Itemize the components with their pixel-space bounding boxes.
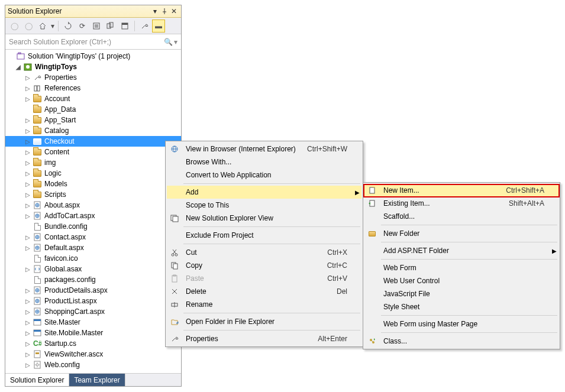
expander-icon[interactable]: ▷	[24, 351, 31, 358]
menu-item[interactable]: Exclude From Project	[167, 229, 361, 242]
close-icon[interactable]: ✕	[169, 7, 179, 16]
expander-icon[interactable]: ▷	[24, 287, 31, 294]
tree-item[interactable]: ▷ProductList.aspx	[5, 296, 181, 306]
tree-item[interactable]: ▷References	[5, 83, 181, 93]
menu-item[interactable]: Web Form using Master Page	[364, 318, 558, 331]
expander-icon[interactable]: ◢	[15, 64, 22, 70]
project-node[interactable]: ◢ WingtipToys	[5, 61, 181, 72]
menu-item[interactable]: Open Folder in File Explorer	[167, 315, 361, 328]
menu-shortcut: Ctrl+X	[327, 248, 353, 257]
tree-item[interactable]: ▷Default.aspx	[5, 242, 181, 253]
solution-node[interactable]: Solution 'WingtipToys' (1 project)	[5, 51, 181, 61]
tree-item[interactable]: ▷Contact.aspx	[5, 232, 181, 242]
expander-icon[interactable]: ▷	[24, 202, 31, 209]
expander-icon[interactable]: ▷	[24, 309, 31, 315]
expander-icon[interactable]: ▷	[24, 330, 31, 336]
menu-item[interactable]: DeleteDel	[167, 285, 361, 298]
preview-selected-button[interactable]: ▬	[152, 20, 165, 33]
tree-item[interactable]: ▷Logic	[5, 168, 181, 179]
expander-icon[interactable]: ▷	[24, 85, 31, 92]
expander-icon[interactable]: ▷	[24, 128, 31, 134]
expander-icon[interactable]: ▷	[24, 319, 31, 326]
preview-button[interactable]	[118, 20, 131, 33]
menu-item[interactable]: Add ASP.NET Folder▶	[364, 244, 558, 257]
tree-item[interactable]: ▷Content	[5, 147, 181, 157]
menu-item[interactable]: New Folder	[364, 227, 558, 240]
menu-item[interactable]: PasteCtrl+V	[167, 272, 361, 285]
properties-button[interactable]	[138, 20, 151, 33]
tree-item[interactable]: ▷Scripts	[5, 189, 181, 200]
tree-item[interactable]: ▷Models	[5, 179, 181, 189]
tree-item[interactable]: ▷Site.Mobile.Master	[5, 328, 181, 338]
menu-item[interactable]: Web User Control	[364, 274, 558, 287]
expander-icon[interactable]: ▷	[24, 298, 31, 304]
menu-item[interactable]: Existing Item...Shift+Alt+A	[364, 197, 558, 210]
expander-icon[interactable]: ▷	[24, 149, 31, 155]
menu-item[interactable]: Class...	[364, 335, 558, 348]
tree-item[interactable]: packages.config	[5, 274, 181, 285]
tree-item[interactable]: ▷Global.asax	[5, 264, 181, 274]
tree-item[interactable]: ▷Properties	[5, 72, 181, 83]
tree-item[interactable]: ▷C#Startup.cs	[5, 338, 181, 349]
tab-solution-explorer[interactable]: Solution Explorer	[5, 374, 69, 386]
menu-item[interactable]: View in Browser (Internet Explorer)Ctrl+…	[167, 142, 361, 155]
expander-icon[interactable]: ▷	[24, 117, 31, 124]
tree-item[interactable]: ▷About.aspx	[5, 200, 181, 210]
menu-item[interactable]: Browse With...	[167, 155, 361, 169]
tree-item[interactable]: ▷ProductDetails.aspx	[5, 285, 181, 296]
tree-item[interactable]: ▷Web.config	[5, 359, 181, 370]
dropdown-caret[interactable]: ▾	[50, 20, 55, 33]
refresh-button[interactable]: ⟳	[76, 20, 89, 33]
show-all-button[interactable]	[104, 20, 117, 33]
menu-item[interactable]: PropertiesAlt+Enter	[167, 332, 361, 345]
tab-team-explorer[interactable]: Team Explorer	[69, 374, 125, 386]
expander-icon[interactable]: ▷	[24, 74, 31, 81]
menu-item[interactable]: CutCtrl+X	[167, 246, 361, 259]
menu-item[interactable]: New Item...Ctrl+Shift+A	[364, 184, 558, 197]
collapse-button[interactable]	[90, 20, 103, 33]
menu-item[interactable]: Scope to This	[167, 199, 361, 212]
expander-icon[interactable]: ▷	[24, 234, 31, 241]
home-button[interactable]	[36, 20, 49, 33]
search-dropdown[interactable]: ▾	[174, 38, 177, 46]
tree-item[interactable]: App_Data	[5, 104, 181, 115]
tree-item[interactable]: Bundle.config	[5, 221, 181, 232]
expander-icon[interactable]: ▷	[24, 138, 31, 145]
expander-icon[interactable]: ▷	[24, 160, 31, 166]
forward-button[interactable]: ◯	[22, 20, 35, 33]
search-bar[interactable]: Search Solution Explorer (Ctrl+;) 🔍 ▾	[5, 34, 181, 50]
tree-item[interactable]: ▷img	[5, 157, 181, 168]
tree-item[interactable]: favicon.ico	[5, 253, 181, 264]
dropdown-icon[interactable]: ▾	[150, 7, 160, 16]
tree-item[interactable]: ▷ShoppingCart.aspx	[5, 306, 181, 317]
menu-item[interactable]: Add▶	[167, 186, 361, 199]
expander-icon[interactable]: ▷	[24, 341, 31, 347]
search-icon[interactable]: 🔍	[164, 38, 173, 46]
menu-item[interactable]: Convert to Web Application	[167, 169, 361, 182]
menu-item[interactable]: Rename	[167, 298, 361, 311]
menu-item[interactable]: CopyCtrl+C	[167, 259, 361, 272]
expander-icon[interactable]: ▷	[24, 96, 31, 102]
menu-item[interactable]: Web Form	[364, 261, 558, 274]
expander-icon[interactable]: ▷	[24, 192, 31, 198]
tree-item[interactable]: ▷AddToCart.aspx	[5, 210, 181, 221]
menu-item[interactable]: Scaffold...	[364, 210, 558, 223]
tree-item[interactable]: ▷Catalog	[5, 125, 181, 136]
expander-icon[interactable]: ▷	[24, 266, 31, 273]
menu-item[interactable]: New Solution Explorer View	[167, 212, 361, 225]
expander-icon[interactable]: ▷	[24, 245, 31, 251]
pin-icon[interactable]	[160, 7, 169, 16]
expander-icon[interactable]: ▷	[24, 170, 31, 177]
expander-icon[interactable]: ▷	[24, 213, 31, 219]
tree-item[interactable]: ▷Checkout	[5, 136, 181, 147]
menu-item[interactable]: Style Sheet	[364, 300, 558, 313]
expander-icon[interactable]: ▷	[24, 362, 31, 368]
sync-button[interactable]	[62, 20, 75, 33]
tree-item[interactable]: ▷ViewSwitcher.ascx	[5, 349, 181, 359]
tree-item[interactable]: ▷App_Start	[5, 115, 181, 125]
tree-item[interactable]: ▷Site.Master	[5, 317, 181, 328]
tree-item[interactable]: ▷Account	[5, 93, 181, 104]
menu-item[interactable]: JavaScript File	[364, 287, 558, 300]
expander-icon[interactable]: ▷	[24, 181, 31, 187]
back-button[interactable]: ◯	[8, 20, 21, 33]
